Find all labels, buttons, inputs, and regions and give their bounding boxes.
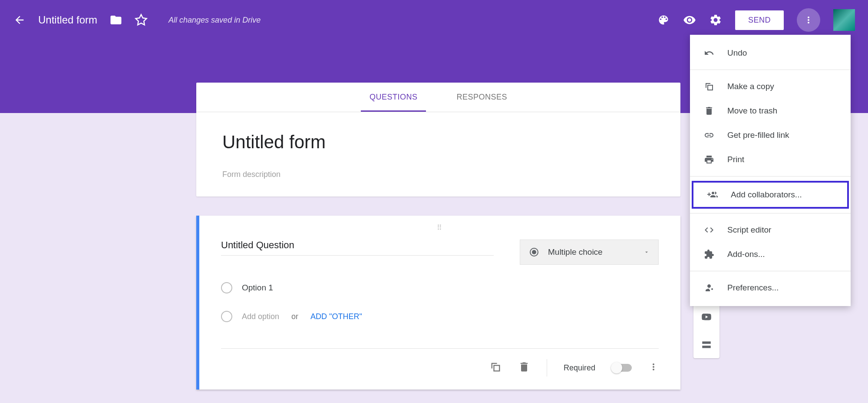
trash-icon xyxy=(703,106,715,116)
topbar-right: SEND xyxy=(657,8,855,32)
tab-questions[interactable]: QUESTIONS xyxy=(365,83,422,111)
or-text: or xyxy=(291,312,298,321)
person-settings-icon xyxy=(703,283,715,293)
menu-prefs-label: Preferences... xyxy=(727,283,779,293)
highlight-annotation: Add collaborators... xyxy=(692,181,849,209)
menu-undo[interactable]: Undo xyxy=(690,41,851,65)
question-title-input[interactable]: Untitled Question xyxy=(221,240,494,256)
menu-script[interactable]: Script editor xyxy=(690,218,851,242)
link-icon xyxy=(703,130,715,140)
menu-collab-label: Add collaborators... xyxy=(731,190,802,200)
form-description-input[interactable]: Form description xyxy=(222,170,654,179)
menu-separator xyxy=(690,213,851,213)
form-header-card: QUESTIONS RESPONSES Untitled form Form d… xyxy=(196,83,680,197)
add-option-row: Add option or ADD "OTHER" xyxy=(221,311,659,322)
form-title-header[interactable]: Untitled form xyxy=(38,14,97,26)
option-1-input[interactable]: Option 1 xyxy=(242,283,273,293)
extension-icon xyxy=(703,249,715,260)
svg-rect-2 xyxy=(494,366,499,371)
menu-separator xyxy=(690,70,851,70)
svg-rect-4 xyxy=(702,346,711,348)
menu-undo-label: Undo xyxy=(727,48,747,58)
menu-trash[interactable]: Move to trash xyxy=(690,99,851,123)
divider xyxy=(547,359,547,376)
title-section: Untitled form Form description xyxy=(196,112,680,197)
question-card: ⠿ Untitled Question Multiple choice Opti… xyxy=(196,216,680,390)
menu-preferences[interactable]: Preferences... xyxy=(690,276,851,300)
topbar-left: Untitled form All changes saved in Drive xyxy=(13,13,261,27)
star-icon[interactable] xyxy=(135,13,148,27)
add-option-button[interactable]: Add option xyxy=(242,312,279,321)
option-row-1: Option 1 xyxy=(221,282,659,293)
svg-point-6 xyxy=(711,288,713,290)
more-menu-button[interactable] xyxy=(797,8,820,32)
more-dropdown: Undo Make a copy Move to trash Get pre-f… xyxy=(690,35,851,306)
menu-prefill[interactable]: Get pre-filled link xyxy=(690,123,851,147)
copy-icon xyxy=(703,81,715,92)
drag-handle-icon[interactable]: ⠿ xyxy=(221,220,659,235)
radio-icon xyxy=(221,282,232,293)
menu-addons-label: Add-ons... xyxy=(727,250,765,259)
tab-responses[interactable]: RESPONSES xyxy=(452,83,512,111)
undo-icon xyxy=(703,48,715,58)
collaborators-icon xyxy=(706,190,719,200)
preview-icon[interactable] xyxy=(683,13,696,27)
duplicate-icon[interactable] xyxy=(489,361,502,375)
avatar[interactable] xyxy=(833,9,855,31)
svg-point-1 xyxy=(532,250,536,254)
menu-addons[interactable]: Add-ons... xyxy=(690,242,851,266)
code-icon xyxy=(703,225,715,235)
required-toggle[interactable] xyxy=(612,364,632,372)
menu-separator xyxy=(690,176,851,177)
question-footer: Required xyxy=(221,348,659,376)
add-section-icon[interactable] xyxy=(701,339,712,352)
svg-rect-5 xyxy=(708,85,713,90)
required-label: Required xyxy=(564,363,595,373)
menu-copy-label: Make a copy xyxy=(727,82,774,91)
question-type-select[interactable]: Multiple choice xyxy=(520,240,659,265)
svg-rect-3 xyxy=(702,341,711,343)
chevron-down-icon xyxy=(644,249,650,255)
settings-icon[interactable] xyxy=(709,13,722,27)
save-status: All changes saved in Drive xyxy=(168,16,261,25)
menu-prefill-label: Get pre-filled link xyxy=(727,130,789,140)
menu-copy[interactable]: Make a copy xyxy=(690,74,851,99)
menu-trash-label: Move to trash xyxy=(727,106,777,116)
menu-print-label: Print xyxy=(727,155,744,164)
delete-icon[interactable] xyxy=(518,361,530,375)
print-icon xyxy=(703,154,715,165)
folder-icon[interactable] xyxy=(109,13,122,27)
menu-separator xyxy=(690,271,851,271)
question-type-label: Multiple choice xyxy=(548,247,635,257)
radio-icon xyxy=(221,311,232,322)
question-more-icon[interactable] xyxy=(648,362,659,374)
add-video-icon[interactable] xyxy=(701,311,712,324)
topbar: Untitled form All changes saved in Drive… xyxy=(0,0,868,40)
back-icon[interactable] xyxy=(13,13,26,27)
menu-script-label: Script editor xyxy=(727,225,771,235)
palette-icon[interactable] xyxy=(657,13,670,27)
add-other-button[interactable]: ADD "OTHER" xyxy=(310,312,362,321)
form-title-input[interactable]: Untitled form xyxy=(222,132,654,153)
menu-print[interactable]: Print xyxy=(690,147,851,172)
menu-collaborators[interactable]: Add collaborators... xyxy=(693,183,847,207)
send-button[interactable]: SEND xyxy=(735,10,784,30)
tabs: QUESTIONS RESPONSES xyxy=(196,83,680,112)
